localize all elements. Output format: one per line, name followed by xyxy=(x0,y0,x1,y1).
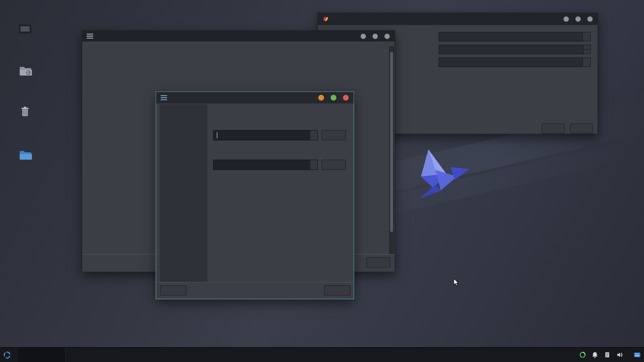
minimize-button[interactable] xyxy=(361,34,366,39)
network-status-icon[interactable] xyxy=(579,351,586,358)
taskbar xyxy=(0,347,644,362)
close-button[interactable] xyxy=(587,16,593,22)
close-button[interactable] xyxy=(366,257,390,268)
start-menu-button[interactable] xyxy=(0,348,17,362)
close-button[interactable] xyxy=(343,95,348,101)
close-button[interactable] xyxy=(384,34,390,39)
apply-button[interactable] xyxy=(570,124,593,133)
spin-down-icon[interactable] xyxy=(584,50,590,54)
wallpaper-bird-graphic xyxy=(405,144,476,204)
screenlock-search-button[interactable] xyxy=(322,160,346,170)
chevron-down-icon[interactable] xyxy=(310,160,317,170)
titlebar[interactable] xyxy=(156,92,354,103)
desktop-icon-computer[interactable] xyxy=(8,23,42,38)
maximize-button[interactable] xyxy=(576,16,581,22)
wayland-compositor-combobox[interactable] xyxy=(213,130,318,140)
text-cursor xyxy=(217,132,217,138)
desktop-icon-trash[interactable] xyxy=(8,105,42,120)
keyboard-layout-icon[interactable] xyxy=(634,351,641,358)
lxqt-logo-icon xyxy=(3,351,11,359)
menu-icon[interactable] xyxy=(87,34,93,39)
quicklaunch-drop-area[interactable] xyxy=(17,348,65,362)
volume-icon[interactable] xyxy=(616,351,623,358)
desktop-icon-user[interactable] xyxy=(8,148,42,163)
scrollbar-thumb[interactable] xyxy=(390,52,393,232)
screenlock-command-combobox[interactable] xyxy=(213,160,318,170)
chevron-down-icon[interactable] xyxy=(582,33,590,41)
titlebar[interactable] xyxy=(318,13,598,25)
maximize-button[interactable] xyxy=(331,95,336,101)
chevron-down-icon[interactable] xyxy=(582,58,590,67)
computer-icon xyxy=(18,23,32,37)
divider xyxy=(157,282,354,282)
corner-radius-spinbox[interactable] xyxy=(439,45,591,54)
desktop-icon-network[interactable] xyxy=(8,64,42,79)
folder-icon xyxy=(18,148,32,162)
window-lxqt-session-settings xyxy=(156,92,354,299)
desktop xyxy=(0,0,644,362)
clipboard-icon[interactable] xyxy=(604,351,611,358)
close-button[interactable] xyxy=(542,124,565,133)
notifications-bell-icon[interactable] xyxy=(591,351,598,358)
chevron-down-icon[interactable] xyxy=(310,130,317,140)
openbox-theme-combobox[interactable] xyxy=(439,32,591,42)
labwc-tweaks-logo-icon xyxy=(322,16,329,23)
maximize-button[interactable] xyxy=(373,34,378,39)
compositor-search-button[interactable] xyxy=(322,130,346,140)
session-sidebar xyxy=(160,104,207,282)
scrollbar[interactable] xyxy=(389,46,394,254)
minimize-button[interactable] xyxy=(318,95,324,101)
close-button[interactable] xyxy=(324,285,350,296)
reset-button[interactable] xyxy=(160,285,186,296)
spin-up-icon[interactable] xyxy=(584,45,590,50)
trash-icon xyxy=(18,105,32,119)
drop-shadows-combobox[interactable] xyxy=(439,57,591,67)
minimize-button[interactable] xyxy=(564,16,569,22)
titlebar[interactable] xyxy=(82,31,395,42)
system-tray xyxy=(579,351,644,358)
network-icon xyxy=(18,64,32,78)
menu-icon[interactable] xyxy=(161,95,167,100)
